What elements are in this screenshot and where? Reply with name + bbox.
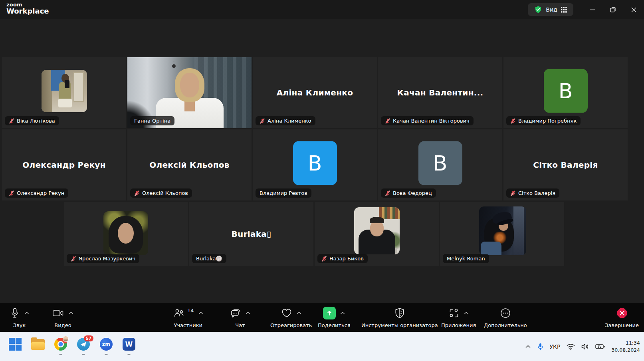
participant-tile-klopov[interactable]: Олексій Кльопов Олексій Кльопов (127, 129, 252, 200)
participant-tile-revtov[interactable]: В Владимир Ревтов (253, 129, 377, 200)
view-menu-button[interactable]: Вид (528, 3, 573, 16)
chrome-button[interactable] (53, 335, 69, 356)
participants-button[interactable]: 14 Участники (173, 306, 203, 328)
participant-tile-nazar[interactable]: Назар Биков (315, 202, 439, 266)
word-icon: W (123, 338, 135, 351)
participants-options-chevron-icon[interactable] (198, 311, 203, 315)
participant-name: Burlaka🏐 (196, 256, 222, 262)
participant-tile-burlaka[interactable]: Burlaka▯ Burlaka🏐 (189, 202, 313, 266)
volume-icon[interactable] (581, 343, 589, 350)
running-indicator (128, 354, 131, 355)
tray-microphone-icon[interactable] (537, 343, 543, 351)
grid-view-icon (561, 7, 567, 13)
participant-name: Віка Лютікова (17, 118, 55, 124)
participant-tile-sitko[interactable]: Сітко Валерія Сітко Валерія (503, 129, 628, 200)
windows-taskbar: 57 zm W УКР (0, 332, 644, 361)
telegram-icon: 57 (77, 338, 90, 351)
minimize-button[interactable] (582, 0, 602, 19)
running-indicator (82, 354, 85, 355)
participant-name-pill: Аліна Клименко (256, 116, 315, 125)
photo-figure (370, 217, 384, 223)
muted-mic-icon (134, 190, 140, 196)
participant-name-pill: Ганна Ортіна (130, 116, 174, 125)
telegram-unread-badge: 57 (84, 335, 93, 341)
video-backdrop (172, 64, 176, 68)
participant-tile-vika[interactable]: Віка Лютікова (2, 57, 126, 128)
muted-mic-icon (321, 256, 327, 262)
host-tools-button[interactable]: Инструменты организатора (361, 306, 438, 328)
participant-tile-kachan[interactable]: Качан Валентин... Качан Валентин Вікторо… (378, 57, 502, 128)
restore-button[interactable] (602, 0, 623, 19)
language-indicator[interactable]: УКР (550, 343, 561, 350)
participant-photo (42, 70, 87, 112)
telegram-button[interactable]: 57 (75, 335, 91, 356)
tray-overflow-chevron-icon[interactable] (525, 345, 531, 349)
audio-options-chevron-icon[interactable] (24, 311, 29, 315)
participant-name-pill: Олексій Кльопов (130, 188, 192, 198)
window-controls (582, 0, 644, 19)
participant-photo (354, 207, 400, 254)
participant-name: Олександр Рекун (17, 190, 64, 196)
chat-button[interactable]: Чат (230, 306, 250, 328)
participant-name: Ярослав Мазуркевич (79, 256, 135, 262)
wifi-icon[interactable] (567, 343, 575, 350)
more-label: Дополнительно (484, 322, 527, 328)
audio-button[interactable]: Звук (10, 306, 29, 328)
participant-name-pill: Melnyk Roman (443, 254, 489, 263)
word-button[interactable]: W (121, 335, 137, 356)
chat-icon (230, 307, 241, 319)
participant-name: Владимир Погребняк (518, 118, 577, 124)
share-label: Поделиться (318, 322, 351, 328)
participant-name: Владимир Ревтов (260, 190, 307, 196)
photo-figure (58, 99, 72, 107)
muted-mic-icon (9, 190, 14, 196)
participant-tile-rekun[interactable]: Олександр Рекун Олександр Рекун (2, 129, 126, 200)
zoom-app-button[interactable]: zm (98, 335, 114, 356)
file-explorer-button[interactable] (30, 335, 46, 356)
apps-button[interactable]: Приложения (441, 306, 476, 328)
system-tray: УКР 11:34 30.08.2024 (525, 332, 640, 361)
participant-avatar: В (418, 141, 462, 185)
clock-date: 30.08.2024 (611, 347, 640, 354)
host-tools-label: Инструменты организатора (361, 322, 438, 328)
participant-tile-pogrebnyak[interactable]: В Владимир Погребняк (503, 57, 628, 128)
share-options-chevron-icon[interactable] (340, 311, 345, 315)
video-button[interactable]: Видео (52, 306, 73, 328)
participant-name-pill: Назар Биков (317, 254, 368, 263)
muted-mic-icon (385, 118, 390, 124)
muted-mic-icon (260, 118, 265, 124)
meeting-toolbar: Звук Видео 14 Участники Чат (0, 303, 644, 332)
video-options-chevron-icon[interactable] (69, 311, 73, 315)
close-button[interactable] (623, 0, 644, 19)
battery-icon[interactable] (595, 344, 605, 349)
photo-backdrop (513, 206, 524, 255)
view-label: Вид (546, 6, 557, 13)
participant-name: Вова Федорец (393, 190, 432, 196)
participant-name: Сітко Валерія (518, 190, 555, 196)
security-shield-icon (534, 6, 542, 14)
start-button[interactable] (7, 335, 23, 356)
share-button[interactable]: Поделиться (318, 306, 351, 328)
react-button[interactable]: Отреагировать (270, 306, 312, 328)
participant-name: Melnyk Roman (447, 256, 485, 262)
taskbar-clock[interactable]: 11:34 30.08.2024 (611, 339, 640, 354)
participant-tile-ganna-active-speaker[interactable]: Ганна Ортіна (127, 57, 252, 128)
participant-tile-fedorets[interactable]: В Вова Федорец (378, 129, 502, 200)
apps-options-chevron-icon[interactable] (464, 311, 469, 315)
participant-tile-alina[interactable]: Аліна Клименко Аліна Клименко (253, 57, 377, 128)
end-meeting-icon (616, 307, 628, 319)
participant-tile-yaroslav[interactable]: Ярослав Мазуркевич (64, 202, 188, 266)
share-screen-icon (323, 307, 336, 319)
taskbar-apps: 57 zm W (7, 335, 137, 356)
apps-label: Приложения (441, 322, 476, 328)
end-meeting-button[interactable]: Завершение (605, 306, 639, 328)
end-meeting-label: Завершение (605, 322, 639, 328)
photo-backdrop (73, 72, 84, 102)
chat-options-chevron-icon[interactable] (246, 311, 250, 315)
react-options-chevron-icon[interactable] (297, 311, 301, 315)
participant-tile-melnyk[interactable]: Melnyk Roman (440, 202, 564, 266)
more-button[interactable]: Дополнительно (484, 306, 527, 328)
video-grid-row-3: Ярослав Мазуркевич Burlaka▯ Burlaka🏐 Наз… (64, 202, 564, 266)
apps-icon (448, 307, 460, 319)
video-grid-row-1: Віка Лютікова Ганна Ортіна Аліна Клименк… (2, 57, 628, 128)
